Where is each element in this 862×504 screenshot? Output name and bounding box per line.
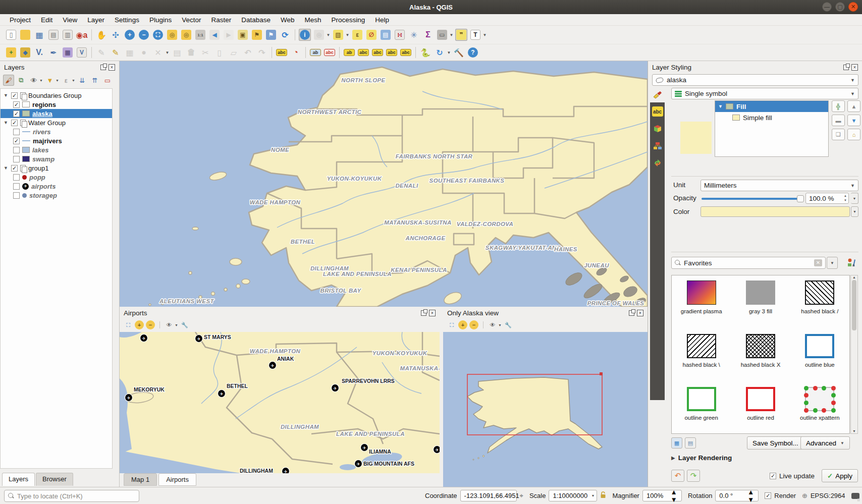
close-button[interactable]: ✕ — [848, 2, 858, 12]
zoom-in-icon[interactable]: + — [124, 29, 136, 41]
style-manager-icon[interactable]: ◉a — [76, 29, 88, 41]
symbol-hashed-black-[interactable]: hashed black / — [790, 281, 849, 327]
crs-value[interactable]: EPSG:2964 — [811, 492, 845, 499]
layer-item-alaska[interactable]: ✓alaska — [1, 109, 112, 118]
layer-item-popp[interactable]: popp — [1, 173, 112, 182]
layer-labeling-icon[interactable]: abc — [276, 46, 288, 59]
symbology-tab[interactable] — [650, 87, 665, 102]
symbol-hashed-black-x[interactable]: hashed black X — [731, 334, 790, 380]
visibility-checkbox[interactable]: ✓ — [11, 165, 18, 172]
layer-item-airports[interactable]: ✈airports — [1, 182, 112, 191]
zoom-full-extent-icon[interactable]: ⛶ — [152, 29, 164, 41]
lock-colors-button[interactable]: ⌂ — [847, 129, 860, 140]
help-contents-icon[interactable]: ? — [467, 46, 479, 59]
layer-item-storagep[interactable]: storagep — [1, 191, 112, 200]
opacity-slider-handle[interactable] — [797, 195, 804, 202]
undo-icon[interactable]: ↶ — [242, 46, 254, 59]
magnifier-spinbox[interactable]: 100%▲▼ — [642, 490, 682, 501]
field-calculator-icon[interactable]: ∺ — [394, 29, 406, 41]
resize-grip[interactable]: ⠿ — [857, 498, 860, 502]
view-settings-icon[interactable]: 👁 — [488, 320, 497, 329]
run-feature-action-dropdown[interactable]: ▼ — [326, 29, 331, 41]
refresh-map-icon[interactable]: ⟳ — [279, 29, 291, 41]
visibility-checkbox[interactable]: ✓ — [11, 120, 18, 126]
expander-icon[interactable]: ▼ — [4, 165, 9, 171]
visibility-checkbox[interactable] — [13, 129, 20, 135]
scale-lock-icon[interactable] — [600, 491, 606, 500]
close-panel-icon[interactable]: × — [851, 64, 858, 71]
current-edits-icon[interactable]: ✎ — [95, 46, 107, 59]
zoom-full-icon[interactable]: ⛶ — [447, 320, 456, 329]
alaska-map-canvas[interactable] — [443, 332, 648, 488]
menu-layer[interactable]: Layer — [83, 15, 109, 25]
apply-button[interactable]: ✓ Apply — [822, 469, 858, 482]
pin-unpin-labels-icon[interactable]: ab — [343, 46, 355, 59]
advanced-button[interactable]: Advanced ▼ — [800, 436, 850, 450]
visibility-checkbox[interactable] — [13, 147, 20, 153]
opacity-slider[interactable] — [702, 198, 800, 200]
statistical-summary-icon[interactable]: Σ — [422, 29, 434, 41]
symbol-gradient-plasma[interactable]: gradient plasma — [672, 281, 731, 327]
debugging-tools-icon[interactable]: 🔨 — [453, 46, 465, 59]
symbol-layer-simple-fill[interactable]: Simple fill — [715, 112, 828, 123]
symbol-outline-red[interactable]: outline red — [731, 387, 790, 433]
menu-mesh[interactable]: Mesh — [300, 15, 326, 25]
layer-group-group1[interactable]: ▼✓group1 — [1, 163, 112, 173]
expand-all-icon[interactable]: ⇊ — [77, 75, 88, 86]
menu-project[interactable]: Project — [5, 15, 35, 25]
opacity-spinbox[interactable]: 100.0 % ▲▼ — [805, 193, 849, 204]
float-panel-icon[interactable] — [843, 65, 849, 70]
expander-icon[interactable]: ▼ — [4, 93, 9, 98]
list-view-toggle[interactable]: ▤ — [685, 437, 696, 449]
move-label-icon[interactable]: abc — [371, 46, 384, 59]
opacity-dropdown[interactable]: ▼ — [851, 193, 858, 204]
python-console-icon[interactable]: 🐍 — [419, 46, 432, 59]
processing-history-icon[interactable]: ↻ — [434, 46, 446, 59]
maximize-button[interactable]: ▢ — [835, 2, 845, 12]
zoom-next-icon[interactable]: ▶ — [223, 29, 235, 41]
pan-to-selection-icon[interactable]: ✣ — [110, 29, 122, 41]
change-label-properties-icon[interactable]: abc — [400, 46, 412, 59]
layer-item-rivers[interactable]: rivers — [1, 127, 112, 136]
redo-icon[interactable]: ↷ — [256, 46, 268, 59]
new-virtual-layer-icon[interactable]: V — [76, 46, 88, 59]
symbol-hashed-black-[interactable]: hashed black \ — [672, 334, 731, 380]
zoom-out-icon[interactable]: − — [469, 320, 478, 329]
select-by-expression-icon[interactable]: ε — [351, 29, 363, 41]
visibility-checkbox[interactable]: ✓ — [13, 110, 20, 117]
remove-symbol-layer-button[interactable]: ▬ — [832, 115, 845, 126]
duplicate-symbol-layer-button[interactable]: ❏ — [832, 129, 845, 140]
layer-group-boundaries-group[interactable]: ▼✓Boundaries Group — [1, 91, 112, 100]
layer-selector[interactable]: alaska ▼ — [652, 74, 858, 86]
vertex-tool-icon[interactable]: ✕ — [152, 46, 164, 59]
labels-tab[interactable]: abc — [652, 106, 663, 117]
text-annotation-dropdown[interactable]: ▼ — [482, 29, 487, 41]
filter-by-expression-icon[interactable]: ε — [61, 75, 72, 86]
layer-item-majrivers[interactable]: ✓majrivers — [1, 136, 112, 145]
menu-raster[interactable]: Raster — [206, 15, 236, 25]
filter-by-expression-dropdown[interactable]: ▼ — [72, 79, 75, 82]
titlebar[interactable]: Alaska - QGIS — ▢ ✕ — [0, 0, 862, 14]
copy-features-icon[interactable]: ▯ — [213, 46, 226, 59]
move-up-button[interactable]: ▲ — [847, 100, 860, 112]
float-dock-icon[interactable] — [421, 310, 426, 316]
visibility-checkbox[interactable] — [13, 156, 20, 162]
layer-item-swamp[interactable]: swamp — [1, 154, 112, 163]
new-print-layout-icon[interactable]: ▤ — [47, 29, 60, 41]
rotate-label-icon[interactable]: abc — [386, 46, 398, 59]
symbol-outline-green[interactable]: outline green — [672, 387, 731, 433]
scale-combo[interactable]: 1:10000000▼ — [549, 490, 597, 501]
select-features-icon[interactable]: ▧ — [332, 29, 344, 41]
coordinate-input[interactable]: -123.1091,66.4951 — [460, 490, 517, 501]
minimize-button[interactable]: — — [822, 2, 832, 12]
new-spatial-bookmark-icon[interactable]: ⚑ — [251, 29, 263, 41]
symbol-search-input[interactable]: Favorites ✕ — [671, 257, 826, 269]
diagrams-tab[interactable] — [652, 141, 663, 151]
symbol-gray-3-fill[interactable]: gray 3 fill — [731, 281, 790, 327]
save-symbol-button[interactable]: Save Symbol... — [747, 436, 804, 450]
layer-diagram-icon[interactable]: ◔ — [290, 46, 302, 59]
delete-selected-icon[interactable]: 🗑 — [185, 46, 197, 59]
menu-view[interactable]: View — [58, 15, 82, 25]
add-group-icon[interactable]: ⧉ — [16, 75, 27, 86]
visibility-checkbox[interactable]: ✓ — [11, 92, 18, 99]
